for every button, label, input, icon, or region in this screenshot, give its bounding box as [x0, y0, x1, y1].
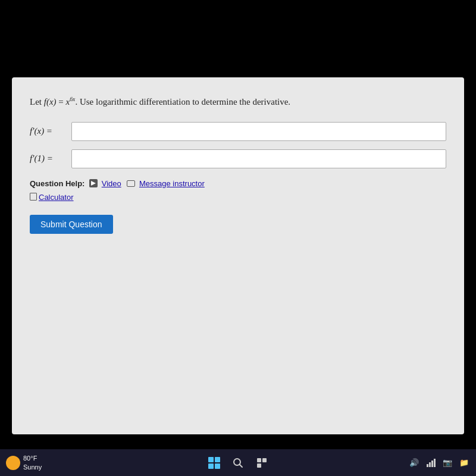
svg-rect-4: [257, 464, 261, 468]
equals-sign: =: [57, 97, 66, 107]
taskbar-center: [206, 455, 270, 471]
video-icon: [89, 179, 98, 187]
fx-label: f′(x) =: [30, 126, 65, 136]
question-suffix: . Use logarithmic differentiation to det…: [75, 97, 290, 107]
f1-input[interactable]: [71, 149, 446, 168]
task-view-icon: [256, 458, 267, 468]
weather-text: 80°F Sunny: [23, 454, 42, 471]
fx-field-row: f′(x) =: [30, 122, 446, 141]
svg-rect-7: [431, 461, 433, 467]
main-content-area: Let f(x) = x6x. Use logarithmic differen…: [12, 77, 464, 434]
svg-rect-3: [262, 458, 267, 462]
f1-label: f′(1) =: [30, 154, 65, 164]
svg-rect-6: [429, 462, 431, 467]
folder-icon[interactable]: 📁: [458, 457, 470, 469]
f1-field-row: f′(1) =: [30, 149, 446, 168]
help-label: Question Help:: [30, 179, 84, 188]
search-button[interactable]: [230, 455, 246, 471]
calculator-row: Calculator: [30, 190, 446, 204]
svg-rect-5: [427, 464, 428, 467]
message-icon: [127, 180, 135, 187]
weather-condition: Sunny: [23, 463, 42, 471]
fx-input[interactable]: [71, 122, 446, 141]
video-link[interactable]: Video: [102, 179, 121, 188]
question-text: Let f(x) = x6x. Use logarithmic differen…: [30, 95, 446, 109]
network-icon-svg: [426, 458, 436, 468]
function-label: f(x): [44, 97, 57, 107]
camera-icon[interactable]: 📷: [441, 457, 453, 469]
speaker-icon[interactable]: 🔊: [408, 457, 420, 469]
svg-rect-2: [257, 458, 261, 462]
message-instructor-link[interactable]: Message instructor: [139, 179, 205, 188]
task-view-button[interactable]: [253, 455, 270, 471]
calculator-link[interactable]: Calculator: [39, 190, 74, 204]
svg-line-1: [240, 464, 243, 467]
start-button[interactable]: [206, 455, 223, 471]
search-icon: [233, 458, 243, 468]
function-def: x6x: [66, 97, 76, 107]
windows-logo-icon: [208, 457, 220, 469]
weather-widget: 80°F Sunny: [6, 454, 42, 471]
svg-rect-8: [434, 459, 436, 467]
sun-icon: [6, 456, 20, 470]
network-icon[interactable]: [425, 457, 437, 469]
submit-button[interactable]: Submit Question: [30, 215, 113, 234]
weather-temp: 80°F: [23, 454, 42, 462]
calculator-icon: [30, 193, 37, 201]
taskbar-right: 🔊 📷 📁: [408, 457, 470, 469]
taskbar: 80°F Sunny: [0, 449, 476, 476]
help-section: Question Help: Video Message instructor …: [30, 177, 446, 205]
question-prefix: Let: [30, 97, 44, 107]
